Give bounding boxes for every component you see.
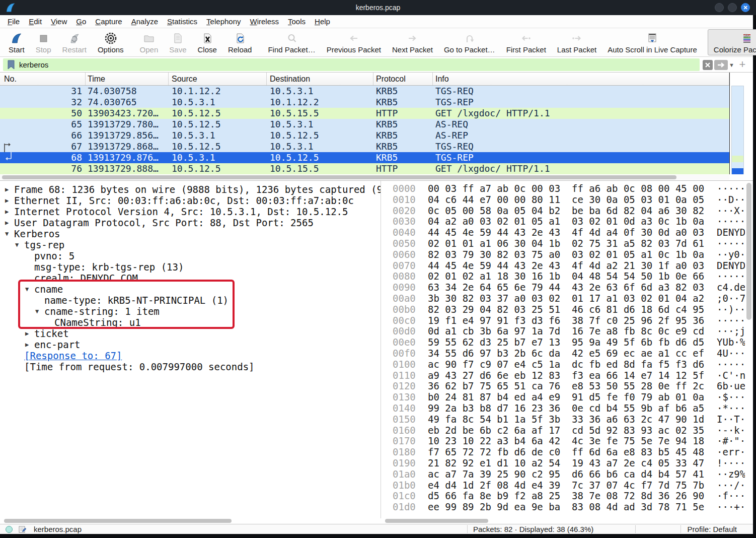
hex-row-0090[interactable]: 009063 34 2e 64 65 6e 79 44 43 2e 63 6f … [385,282,745,293]
scrollbar-thumb[interactable] [385,519,488,523]
menu-help[interactable]: Help [310,15,335,28]
filter-apply-button[interactable] [714,60,728,70]
toolbar-save-button[interactable]: Save [164,30,192,55]
column-header-protocol[interactable]: Protocol [373,73,433,85]
column-header-destination[interactable]: Destination [267,73,373,85]
collapsed-arrow-icon[interactable]: ▶ [5,217,9,228]
menu-file[interactable]: File [3,15,24,28]
hex-row-0140[interactable]: 014099 2a b3 b8 d7 16 23 36 0e cd b4 55 … [385,403,745,414]
menu-tools[interactable]: Tools [283,15,310,28]
menu-capture[interactable]: Capture [91,15,126,28]
packet-row-50[interactable]: 5013903423.720…10.5.12.510.5.15.5HTTPGET… [0,108,729,119]
toolbar-reload-button[interactable]: Reload [222,30,258,55]
detail-line[interactable]: pvno: 5 [0,250,381,261]
hex-row-01d0[interactable]: 01d0ee 99 89 2b 9d ea 9e ba 83 08 4d ad … [385,502,745,513]
close-button[interactable]: ✕ [741,3,750,12]
detail-line[interactable]: ▶Frame 68: 1236 bytes on wire (9888 bits… [0,184,381,195]
menu-go[interactable]: Go [71,15,91,28]
collapsed-arrow-icon[interactable]: ▶ [5,206,9,217]
hex-row-00e0[interactable]: 00e059 55 62 d3 25 b7 e7 13 95 9a 49 5f … [385,337,745,348]
hex-row-00a0[interactable]: 00a03b 30 82 03 37 a0 03 02 01 17 a1 03 … [385,293,745,304]
hex-row-0050[interactable]: 005002 01 01 a1 06 30 04 1b 02 75 31 a5 … [385,238,745,249]
filter-clear-button[interactable] [703,60,713,70]
scrollbar-thumb[interactable] [2,175,676,179]
packet-row-65[interactable]: 6513913729.780…10.5.12.510.5.3.1KRB5AS-R… [0,119,729,130]
menu-view[interactable]: View [46,15,71,28]
detail-line[interactable]: ▶User Datagram Protocol, Src Port: 88, D… [0,217,381,228]
collapsed-arrow-icon[interactable]: ▶ [25,328,29,339]
detail-line[interactable]: ▶enc-part [0,339,381,350]
scrollbar-thumb[interactable] [746,183,751,320]
toolbar-last-button[interactable]: Last Packet [552,30,602,55]
toolbar-autoscroll-button[interactable]: Auto Scroll in Live Capture [602,30,703,55]
expanded-arrow-icon[interactable]: ▼ [15,239,19,250]
hex-row-0030[interactable]: 003004 a2 a0 03 02 01 05 a1 03 02 01 0d … [385,216,745,227]
hex-vscrollbar[interactable] [746,182,751,517]
detail-line[interactable]: ▼Kerberos [0,228,381,239]
hex-row-0020[interactable]: 00200c 05 00 58 0a 05 04 b2 be ba 6d 82 … [385,206,745,217]
column-header-source[interactable]: Source [169,73,267,85]
hex-row-00b0[interactable]: 00b082 03 29 04 82 03 25 51 46 c6 81 d6 … [385,304,745,315]
column-header-no[interactable]: No. [0,73,86,85]
collapsed-arrow-icon[interactable]: ▶ [5,195,9,206]
filter-dropdown-caret[interactable]: ▼ [729,59,734,71]
packet-row-66[interactable]: 6613913729.856…10.5.3.110.5.12.5KRB5AS-R… [0,130,729,141]
filter-add-button[interactable]: + [737,58,748,71]
menu-wireless[interactable]: Wireless [246,15,284,28]
packet-row-76[interactable]: 7613913729.888…10.5.12.510.5.15.5HTTPGET… [0,163,729,174]
hex-row-0000[interactable]: 000000 03 ff a7 ab 0c 00 03 ff a6 ab 0c … [385,183,745,194]
hex-row-01b0[interactable]: 01b0e4 d4 1d 2f 08 4d e4 39 7c 37 07 4c … [385,480,745,491]
scrollbar-thumb[interactable] [4,519,232,523]
detail-line[interactable]: [Time from request: 0.007997000 seconds] [0,361,381,372]
hex-row-0190[interactable]: 019021 82 92 e1 d1 10 a2 54 19 43 a7 2e … [385,458,745,469]
detail-line[interactable]: ▼tgs-rep [0,239,381,250]
toolbar-find-button[interactable]: Find Packet… [262,30,321,55]
hex-hscrollbar[interactable] [384,518,750,523]
packet-list-minimap-scrollbar[interactable] [731,86,744,174]
hex-row-0110[interactable]: 0110a9 43 27 d6 6e eb 12 83 f3 ea 66 14 … [385,370,745,381]
hex-row-0130[interactable]: 0130b0 24 81 87 b4 ed a4 e9 91 d5 fe f0 … [385,392,745,403]
expert-info-icon[interactable] [5,525,13,535]
detail-line[interactable]: ▶ticket [0,328,381,339]
hex-row-0100[interactable]: 0100ac 90 f7 c9 07 e4 c5 1a dc fb ed 8d … [385,359,745,370]
hex-row-0060[interactable]: 006082 03 79 30 82 03 75 a0 03 02 01 05 … [385,249,745,260]
collapsed-arrow-icon[interactable]: ▶ [5,184,9,195]
toolbar-restart-button[interactable]: Restart [57,30,92,55]
detail-line[interactable]: ▼cname [0,284,381,295]
expanded-arrow-icon[interactable]: ▼ [25,284,29,295]
toolbar-overflow-chevron[interactable]: » [744,30,749,40]
hex-row-0040[interactable]: 004044 45 4e 59 44 43 2e 43 4f 4d a4 0f … [385,227,745,238]
capture-comment-icon[interactable] [19,525,27,535]
expanded-arrow-icon[interactable]: ▼ [5,228,9,239]
hex-row-0180[interactable]: 0180f7 65 72 72 fb d6 de c0 ff 6d 6a e8 … [385,447,745,458]
hex-row-0070[interactable]: 007044 45 4e 59 44 43 2e 43 4f 4d a2 21 … [385,260,745,272]
hex-row-00c0[interactable]: 00c019 f1 e4 97 91 f3 d3 f6 38 7f c0 25 … [385,315,745,326]
hex-row-0170[interactable]: 017010 23 10 22 a3 b4 6a 42 4c 3e fe 75 … [385,436,745,447]
packet-list-hscrollbar[interactable] [0,175,729,180]
hex-row-0010[interactable]: 001004 c6 44 e7 00 00 80 11 ce 30 0a 05 … [385,194,745,206]
expanded-arrow-icon[interactable]: ▼ [35,306,39,317]
menu-analyze[interactable]: Analyze [127,15,163,28]
collapsed-arrow-icon[interactable]: ▶ [25,339,29,350]
packet-row-31[interactable]: 3174.03075810.1.12.210.5.3.1KRB5TGS-REQ [0,86,729,97]
detail-line[interactable]: msg-type: krb-tgs-rep (13) [0,261,381,273]
toolbar-open-button[interactable]: Open [134,30,164,55]
toolbar-stop-button[interactable]: Stop [30,30,57,55]
column-header-info[interactable]: Info [433,73,729,85]
toolbar-next-button[interactable]: Next Packet [387,30,438,55]
hex-row-00f0[interactable]: 00f034 55 d6 97 b3 2b 6c da 42 e5 69 ec … [385,348,745,359]
hex-row-0120[interactable]: 012036 62 b7 75 65 51 ca 76 e8 53 50 55 … [385,381,745,392]
detail-line[interactable]: CNameString: u1 [0,317,381,328]
menu-telephony[interactable]: Telephony [202,15,245,28]
hex-row-0160[interactable]: 0160eb 2d be 6b c2 6a af 17 cd 5d 92 83 … [385,425,745,436]
hex-row-0080[interactable]: 008002 01 02 a1 18 30 16 1b 04 48 54 54 … [385,271,745,282]
detail-line[interactable]: ▼cname-string: 1 item [0,306,381,317]
hex-row-0150[interactable]: 015049 fa 8c 54 b1 1a 5f 3b 33 36 a6 63 … [385,414,745,425]
detail-line[interactable]: name-type: kRB5-NT-PRINCIPAL (1) [0,295,381,306]
menu-statistics[interactable]: Statistics [163,15,202,28]
detail-line[interactable]: ▶Ethernet II, Src: 00:03:ff:a6:ab:0c, Ds… [0,195,381,206]
maximize-button[interactable] [728,3,737,12]
detail-line[interactable]: [Response to: 67] [0,350,381,361]
detail-line[interactable]: ▶Internet Protocol Version 4, Src: 10.5.… [0,206,381,217]
column-header-time[interactable]: Time [86,73,169,85]
